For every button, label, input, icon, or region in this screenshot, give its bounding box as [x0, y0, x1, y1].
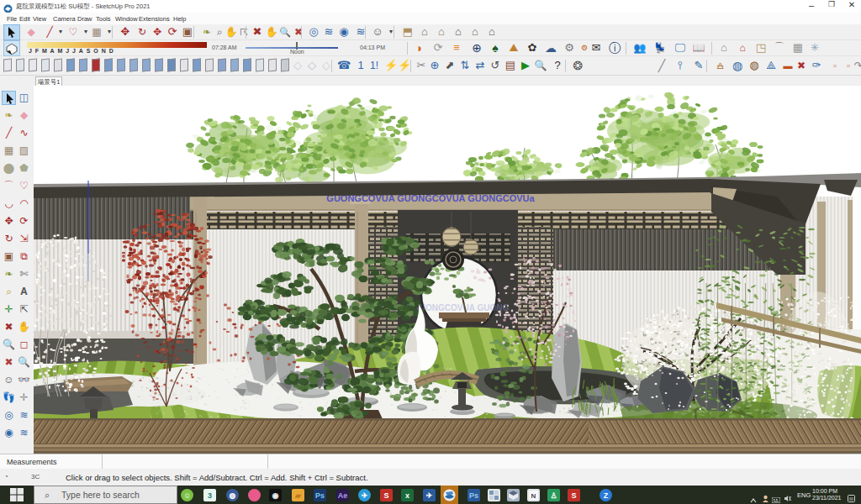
svg-text:▰: ▰	[294, 491, 302, 500]
svg-text:Z: Z	[604, 491, 609, 500]
svg-text:☺: ☺	[183, 491, 191, 500]
svg-text:S: S	[383, 491, 388, 500]
svg-text:Ps: Ps	[469, 491, 478, 500]
svg-text:Ae: Ae	[338, 491, 348, 500]
svg-text:x: x	[405, 491, 409, 500]
svg-text:N: N	[531, 492, 536, 500]
svg-text:✈: ✈	[426, 491, 433, 500]
svg-text:✈: ✈	[362, 491, 368, 500]
svg-text:S: S	[571, 491, 576, 500]
svg-text:3: 3	[208, 491, 212, 500]
svg-text:◍: ◍	[230, 491, 236, 500]
svg-text:♙: ♙	[550, 491, 557, 500]
svg-text:Ps: Ps	[315, 491, 325, 500]
svg-text:◉: ◉	[272, 491, 279, 500]
